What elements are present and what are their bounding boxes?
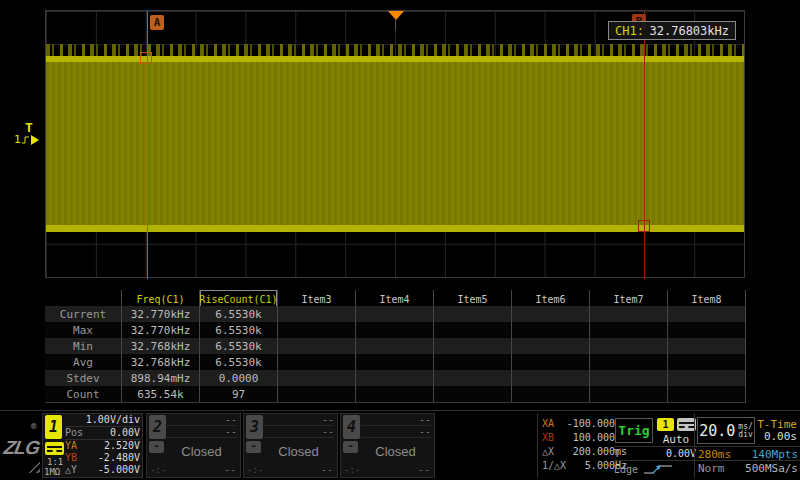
channel2-value1: --: [167, 414, 237, 426]
table-cell: [278, 322, 356, 338]
table-cell: [278, 354, 356, 370]
oscilloscope-screen: A B CH1: 32.76803kHz T 1 Freq(C1) RiseCo…: [0, 0, 800, 480]
channel4-coupling-badge: -: [343, 441, 358, 453]
cursor-dy-label: △Y: [65, 464, 77, 476]
cursor-yb-value: -2.480V: [98, 452, 140, 464]
cursor-invdx-label: 1/△X: [542, 459, 566, 473]
channel2-status: Closed: [163, 444, 240, 459]
channel1-dc-coupling-icon[interactable]: [45, 442, 64, 455]
row-label-current: Current: [45, 306, 122, 322]
table-cell: [434, 354, 512, 370]
table-cell: [512, 386, 590, 402]
cursor-ya-value: 2.520V: [104, 440, 140, 452]
table-cell: [590, 306, 668, 322]
table-cell: [278, 386, 356, 402]
table-cell: [434, 338, 512, 354]
table-cell: [512, 370, 590, 386]
channel3-status: Closed: [260, 444, 337, 459]
timebase-scale-value: 20.0: [699, 422, 735, 440]
trigger-level-label: T: [614, 447, 620, 460]
table-cell: 0.0000: [200, 370, 278, 386]
table-cell: 32.768kHz: [122, 338, 200, 354]
table-cell: [434, 386, 512, 402]
cursor-a-label[interactable]: A: [150, 15, 164, 30]
channel2-coupling-badge: -: [149, 441, 164, 453]
table-cell: [668, 370, 746, 386]
table-cell: [512, 354, 590, 370]
channel3-badge[interactable]: 3: [246, 415, 263, 439]
channel3-panel[interactable]: 3 - -- -- Closed -:- --: [243, 413, 338, 478]
channel2-panel[interactable]: 2 - -- -- Closed -:- --: [146, 413, 241, 478]
trigger-type-row[interactable]: Edge: [614, 460, 696, 476]
channel4-status: Closed: [357, 444, 434, 459]
channel2-badge[interactable]: 2: [149, 415, 166, 439]
timebase-scale-button[interactable]: 20.0 ms/ div: [697, 417, 755, 444]
cursor-dy-value: -5.000V: [98, 464, 140, 476]
channel4-bottom-left: -:-: [344, 465, 360, 475]
cursor-b-line[interactable]: [644, 11, 645, 279]
channel2-value2: --: [167, 426, 237, 438]
cursor-xb-label: XB: [542, 431, 554, 445]
trigger-mode[interactable]: Auto: [655, 433, 697, 446]
table-cell: [434, 370, 512, 386]
channel3-value1: --: [264, 414, 334, 426]
channel1-pos-label: Pos: [65, 427, 83, 439]
trigger-arrow-icon: [31, 135, 39, 145]
table-cell: [668, 322, 746, 338]
center-axis-tick: [395, 20, 396, 30]
row-label-stdev: Stdev: [45, 370, 122, 386]
rising-edge-icon: [22, 135, 30, 145]
table-cell: 6.5530k: [200, 338, 278, 354]
table-cell: [590, 338, 668, 354]
table-cell: [356, 338, 434, 354]
frequency-readout-badge: CH1: 32.76803kHz: [608, 21, 736, 40]
cursor-b-marker[interactable]: [638, 220, 650, 232]
sample-rate: 500MSa/s: [745, 462, 798, 473]
trigger-type-label: Edge: [614, 464, 638, 475]
table-cell: [512, 322, 590, 338]
table-cell: [590, 322, 668, 338]
record-length-time: 280ms: [698, 448, 731, 459]
trigger-source-label: 1: [14, 134, 21, 145]
channel1-scale: 1.00V/div: [86, 414, 140, 426]
edge-trigger-icon: [643, 463, 673, 475]
timebase-panel: 20.0 ms/ div T-Time 0.00s 280ms 140Mpts …: [694, 413, 800, 478]
table-cell: [668, 386, 746, 402]
channel1-waveform: [46, 56, 744, 232]
row-label-avg: Avg: [45, 354, 122, 370]
channel1-panel[interactable]: 1 1:1 1MΩ 1.00V/div Pos0.00V YA2.520V YB…: [42, 413, 143, 478]
badge-frequency-value: 32.76803kHz: [650, 24, 729, 38]
trigger-level-marker[interactable]: T 1: [14, 122, 48, 145]
cursor-xa-label: XA: [542, 417, 554, 431]
table-cell: 97: [200, 386, 278, 402]
measurement-table: Freq(C1) RiseCount(C1) Item3 Item4 Item5…: [45, 290, 746, 403]
badge-channel-label: CH1:: [615, 24, 644, 38]
trigger-position-marker[interactable]: [388, 11, 404, 20]
row-label-max: Max: [45, 322, 122, 338]
table-cell: 32.768kHz: [122, 354, 200, 370]
table-cell: [356, 306, 434, 322]
waveform-display[interactable]: A B CH1: 32.76803kHz: [45, 10, 745, 278]
trigger-source-badge[interactable]: 1: [657, 418, 674, 431]
trigger-status-button[interactable]: Trig: [615, 418, 653, 443]
channel3-coupling-badge: -: [246, 441, 261, 453]
table-cell: [668, 306, 746, 322]
table-cell: 635.54k: [122, 386, 200, 402]
channel4-badge[interactable]: 4: [343, 415, 360, 439]
channel3-bottom-right: --: [321, 464, 333, 475]
channel3-value2: --: [264, 426, 334, 438]
channel1-probe-ratio: 1:1: [47, 458, 63, 467]
channel4-panel[interactable]: 4 - -- -- Closed -:- --: [340, 413, 435, 478]
table-cell: [278, 338, 356, 354]
ttime-value: 0.00s: [764, 430, 797, 443]
table-cell: [668, 338, 746, 354]
table-cell: [590, 354, 668, 370]
channel1-badge[interactable]: 1: [45, 415, 62, 439]
channel4-value1: --: [361, 414, 431, 426]
cursor-a-marker[interactable]: [140, 52, 152, 64]
channel4-value2: --: [361, 426, 431, 438]
table-cell: [590, 370, 668, 386]
acquisition-mode[interactable]: Norm: [698, 462, 725, 473]
status-bar: ZLG ® 1 1:1 1MΩ 1.00V/div Pos0.00V YA2.5…: [0, 410, 800, 480]
brand-logo: ZLG: [2, 437, 41, 459]
